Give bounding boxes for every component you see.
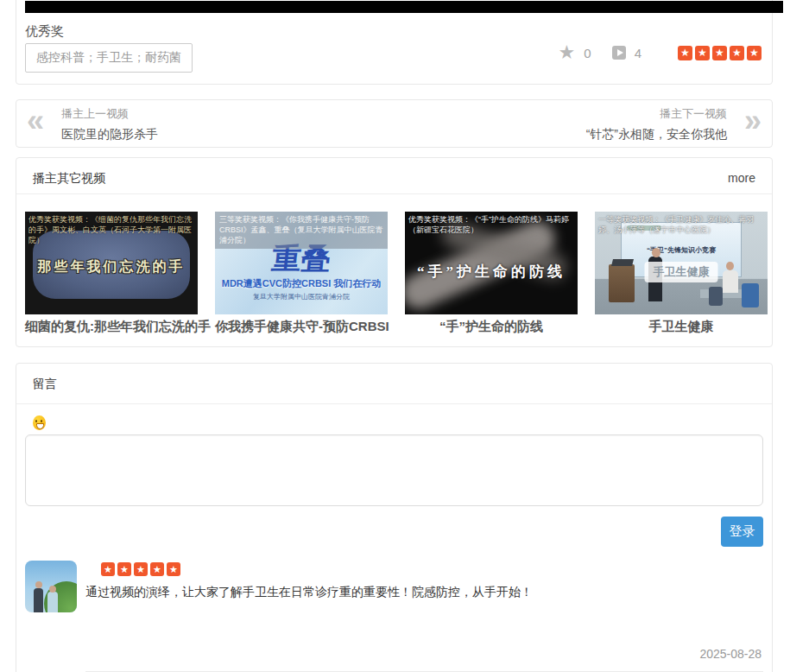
thumbnail-4-screen-text: “手卫”先锋知识小竞赛 xyxy=(622,245,741,255)
star-icon: ★ xyxy=(730,46,744,60)
thumbnail-2-hospital: 复旦大学附属中山医院青浦分院 xyxy=(215,292,388,301)
next-video-icon[interactable]: » xyxy=(744,103,762,139)
commenter-avatar xyxy=(25,561,77,612)
video-tags: 感控科普；手卫生；耐药菌 xyxy=(25,43,193,73)
video-thumbnail-2[interactable]: 三等奖获奖视频：《你我携手健康共守-预防CRBSI》孟鑫、重叠（复旦大学附属中山… xyxy=(215,212,388,314)
thumbnail-4-chair xyxy=(742,283,759,307)
prev-video-label: 播主上一视频 xyxy=(61,106,158,122)
video-title-4[interactable]: 手卫生健康 xyxy=(595,319,768,335)
star-icon: ★ xyxy=(134,562,148,576)
thumbnail-4-overlay-text: 一等奖获奖视频：《手卫健康》罗佳沁、蒋羽婷、汤小萍等（遂宁市中心医院） xyxy=(598,214,764,235)
comments-header-divider xyxy=(16,403,772,404)
thumbnail-4-attendee-head xyxy=(726,262,734,270)
other-videos-header: 播主其它视频 xyxy=(33,171,105,187)
thumbnail-4-laptop xyxy=(611,259,634,266)
comments-header: 留言 xyxy=(33,377,57,392)
next-video-label: 播主下一视频 xyxy=(586,106,727,122)
star-icon: ★ xyxy=(150,562,164,576)
star-icon: ★ xyxy=(695,46,710,60)
thumbnail-2-slogan: MDR遭遇CVC防控CRBSI 我们在行动 xyxy=(215,277,388,290)
video-nav-card: « 播主上一视频 医院里的隐形杀手 播主下一视频 “针芯”永相随，安全你我他 » xyxy=(16,99,773,148)
video-thumbnail-3[interactable]: 优秀奖获奖视频：《“手”护生命的防线》马莉婷（新疆宝石花医院） “手”护生命的防… xyxy=(405,212,578,314)
prev-video-title: 医院里的隐形杀手 xyxy=(61,127,158,143)
comment-item: ★★★★★ 通过视频的演绎，让大家了解手卫生在日常诊疗重的重要性！院感防控，从手… xyxy=(25,561,763,672)
star-icon: ★ xyxy=(747,46,762,60)
play-count: 4 xyxy=(635,46,641,60)
login-button[interactable]: 登录 xyxy=(721,517,763,547)
comment-text: 通过视频的演绎，让大家了解手卫生在日常诊疗重的重要性！院感防控，从手开始！ xyxy=(85,583,729,600)
thumbnail-1-overlay-text: 优秀奖获奖视频：《细菌的复仇那些年我们忘洗的手》周文彬、白文英（石河子大学第一附… xyxy=(28,214,194,245)
video-title: 优秀奖 xyxy=(25,23,64,40)
header-divider xyxy=(16,193,772,194)
thumbnail-4-watermark-chip: 手卫生健康 xyxy=(645,262,718,282)
thumbnail-3-overlay-text: 优秀奖获奖视频：《“手”护生命的防线》马莉婷（新疆宝石花医院） xyxy=(408,214,574,235)
star-icon: ★ xyxy=(167,562,180,576)
star-icon: ★ xyxy=(712,46,727,60)
emoji-picker-icon[interactable] xyxy=(33,415,46,430)
prev-video-link[interactable]: 播主上一视频 医院里的隐形杀手 xyxy=(61,106,158,143)
video-player-bottom xyxy=(25,1,783,13)
favorite-icon[interactable]: ★ xyxy=(559,45,576,60)
play-count-icon xyxy=(612,46,626,60)
video-info-card: 优秀奖 感控科普；手卫生；耐药菌 ★ 0 4 ★★★★★ xyxy=(16,0,773,85)
star-icon: ★ xyxy=(678,46,692,60)
next-video-title: “针芯”永相随，安全你我他 xyxy=(586,127,727,143)
star-icon: ★ xyxy=(101,562,115,576)
video-stats: ★ 0 4 ★★★★★ xyxy=(559,45,762,60)
video-rating-stars: ★★★★★ xyxy=(678,46,762,60)
avatar-figure xyxy=(34,588,43,612)
prev-video-icon[interactable]: « xyxy=(27,103,44,139)
video-title-2[interactable]: 你我携手健康共守-预防CRBSI xyxy=(215,319,388,335)
comment-input[interactable] xyxy=(25,434,763,506)
comment-date: 2025-08-28 xyxy=(699,647,762,661)
avatar-figure xyxy=(47,592,58,612)
thumbnail-1-center-text: 那些年我们忘洗的手 xyxy=(25,258,198,276)
favorite-count: 0 xyxy=(584,46,591,60)
video-thumbnail-4[interactable]: “手卫”先锋知识小竞赛 手卫生健康 一等奖获奖视频：《手卫健康》罗佳沁、蒋羽婷、… xyxy=(595,212,768,314)
more-link[interactable]: more xyxy=(728,171,755,185)
video-title-1[interactable]: 细菌的复仇:那些年我们忘洗的手 xyxy=(25,319,198,335)
comment-rating-stars: ★★★★★ xyxy=(101,562,180,576)
thumbnail-4-podium xyxy=(609,264,635,302)
next-video-link[interactable]: 播主下一视频 “针芯”永相随，安全你我他 xyxy=(586,106,727,143)
thumbnail-4-chair xyxy=(709,287,723,306)
video-title-3[interactable]: “手”护生命的防线 xyxy=(405,319,578,335)
thumbnail-3-center-text: “手”护生命的防线 xyxy=(405,262,578,282)
thumbnail-4-attendee xyxy=(723,270,738,293)
star-icon: ★ xyxy=(117,562,131,576)
thumbnail-2-overlay-text: 三等奖获奖视频：《你我携手健康共守-预防CRBSI》孟鑫、重叠（复旦大学附属中山… xyxy=(215,212,388,249)
thumbnail-4-presenter-head xyxy=(652,248,660,257)
video-thumbnail-1[interactable]: 优秀奖获奖视频：《细菌的复仇那些年我们忘洗的手》周文彬、白文英（石河子大学第一附… xyxy=(25,212,198,314)
other-videos-card: 播主其它视频 more 优秀奖获奖视频：《细菌的复仇那些年我们忘洗的手》周文彬、… xyxy=(16,157,773,347)
comments-card: 留言 登录 ★★★★★ 通过视频的演绎，让大家了解手卫生在日常诊疗重的重要性！院… xyxy=(16,363,773,672)
